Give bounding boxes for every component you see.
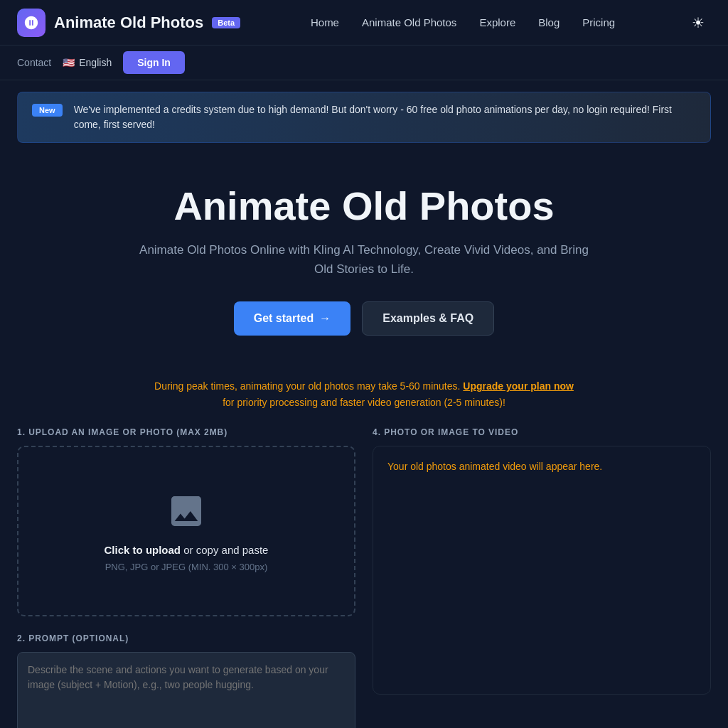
language-label: English	[79, 57, 112, 68]
nav-pricing[interactable]: Pricing	[582, 16, 615, 28]
peak-notice-line2: for priority processing and faster video…	[223, 397, 505, 408]
or-paste-text: or copy and paste	[183, 544, 268, 556]
upload-icon	[166, 491, 206, 531]
contact-link[interactable]: Contact	[17, 57, 51, 68]
nav-home[interactable]: Home	[311, 16, 339, 28]
hero-section: Animate Old Photos Animate Old Photos On…	[0, 154, 728, 373]
beta-badge: Beta	[212, 17, 240, 28]
hero-buttons: Get started → Examples & FAQ	[17, 301, 711, 336]
theme-toggle-button[interactable]: ☀	[685, 10, 711, 36]
arrow-icon: →	[319, 312, 331, 325]
upload-area[interactable]: Click to upload or copy and paste PNG, J…	[17, 446, 355, 616]
language-button[interactable]: 🇺🇸 English	[63, 57, 112, 68]
get-started-button[interactable]: Get started →	[234, 301, 350, 336]
flag-icon: 🇺🇸	[63, 57, 75, 68]
video-output-label: 4. PHOTO OR IMAGE TO VIDEO	[373, 427, 711, 437]
peak-notice-line1: During peak times, animating your old ph…	[154, 380, 460, 392]
upload-label: 1. UPLOAD AN IMAGE OR PHOTO (MAX 2MB)	[17, 427, 355, 437]
hero-subtitle: Animate Old Photos Online with Kling AI …	[136, 240, 592, 279]
examples-faq-button[interactable]: Examples & FAQ	[362, 301, 494, 336]
nav-explore[interactable]: Explore	[479, 16, 515, 28]
upload-primary-text: Click to upload or copy and paste	[105, 544, 269, 556]
upload-file-types: PNG, JPG or JPEG (MIN. 300 × 300px)	[105, 562, 268, 572]
header-left: Animate Old Photos Beta	[17, 9, 240, 37]
banner-text: We've implemented a credits system due t…	[74, 102, 696, 132]
video-output-area: Your old photos animated video will appe…	[373, 446, 711, 695]
nav-blog[interactable]: Blog	[538, 16, 560, 28]
upload-icon-container	[165, 490, 208, 532]
click-to-upload-text: Click to upload	[105, 544, 181, 556]
get-started-label: Get started	[254, 312, 314, 325]
main-nav: Home Animate Old Photos Explore Blog Pri…	[311, 16, 615, 28]
header: Animate Old Photos Beta Home Animate Old…	[0, 0, 728, 46]
logo-icon	[17, 9, 46, 37]
upgrade-link[interactable]: Upgrade your plan now	[463, 380, 574, 392]
nav-animate[interactable]: Animate Old Photos	[362, 16, 456, 28]
peak-notice: During peak times, animating your old ph…	[0, 373, 728, 427]
announcement-banner: New We've implemented a credits system d…	[17, 92, 711, 143]
prompt-label: 2. PROMPT (OPTIONAL)	[17, 633, 355, 643]
sign-in-button[interactable]: Sign In	[123, 51, 185, 74]
app-title: Animate Old Photos	[54, 14, 203, 32]
header-right: ☀	[685, 10, 711, 36]
prompt-textarea[interactable]	[17, 652, 355, 728]
sub-header: Contact 🇺🇸 English Sign In	[0, 46, 728, 80]
right-panel: 4. PHOTO OR IMAGE TO VIDEO Your old phot…	[373, 427, 711, 728]
new-badge: New	[32, 104, 63, 117]
hero-title: Animate Old Photos	[17, 183, 711, 229]
main-content: 1. UPLOAD AN IMAGE OR PHOTO (MAX 2MB) Cl…	[0, 427, 728, 728]
left-panel: 1. UPLOAD AN IMAGE OR PHOTO (MAX 2MB) Cl…	[17, 427, 355, 728]
video-placeholder: Your old photos animated video will appe…	[387, 461, 602, 472]
